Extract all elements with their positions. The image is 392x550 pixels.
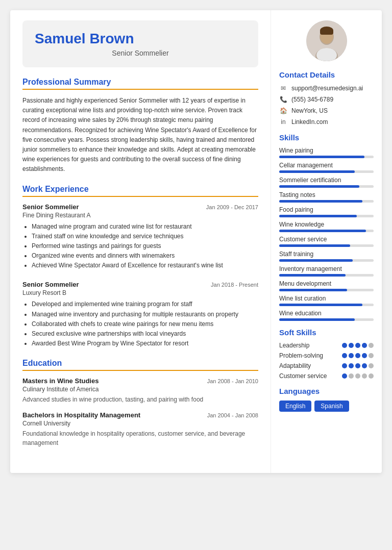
skill-bar [279, 185, 374, 188]
skill-row: Wine pairing [279, 147, 374, 158]
work-experience-section: Work Experience Senior SommelierJan 2009… [22, 185, 258, 349]
languages-title: Languages [279, 387, 374, 395]
list-item: Organized wine events and dinners with w… [32, 251, 258, 261]
job-company: Luxury Resort B [22, 289, 258, 296]
svg-rect-5 [320, 30, 333, 35]
dot-empty [349, 373, 354, 379]
job-date: Jan 2009 - Dec 2017 [206, 204, 258, 210]
skill-row: Menu development [279, 280, 374, 291]
list-item: Performed wine tastings and pairings for… [32, 241, 258, 251]
skill-bar-fill [279, 200, 362, 203]
list-item: Secured exclusive wine partnerships with… [32, 329, 258, 339]
job-date: Jan 2018 - Present [211, 282, 258, 288]
skill-name: Menu development [279, 280, 374, 287]
job-title: Senior Sommelier [22, 203, 79, 211]
skill-name: Wine pairing [279, 147, 374, 154]
avatar [306, 20, 347, 61]
skill-name: Staff training [279, 251, 374, 258]
job-header: Senior SommelierJan 2009 - Dec 2017 [22, 203, 258, 211]
language-badge: English [279, 401, 311, 412]
dot-filled [362, 343, 367, 348]
dot-empty [369, 353, 374, 358]
dot-empty [355, 373, 360, 379]
skill-bar-fill [279, 244, 350, 247]
left-column: Samuel Brown Senior Sommelier Profession… [10, 10, 271, 473]
soft-skill-name: Customer service [279, 372, 327, 380]
contact-location: 🏠 NewYork, US [279, 107, 374, 115]
dots [342, 353, 374, 358]
edu-header: Masters in Wine StudiesJan 2008 - Jan 20… [22, 377, 258, 385]
list-item: Achieved Wine Spectator Award of Excelle… [32, 261, 258, 270]
list-item: Awarded Best Wine Program by Wine Specta… [32, 339, 258, 348]
education-list: Masters in Wine StudiesJan 2008 - Jan 20… [22, 377, 258, 447]
skill-name: Wine list curation [279, 295, 374, 302]
edu-degree: Bachelors in Hospitality Management [22, 411, 140, 419]
soft-skill-row: Leadership [279, 342, 374, 349]
education-title: Education [22, 359, 258, 371]
list-item: Developed and implemented wine training … [32, 299, 258, 309]
dot-filled [362, 353, 367, 358]
skill-bar-fill [279, 318, 355, 321]
dot-filled [349, 363, 354, 368]
soft-skills-section: Soft Skills LeadershipProblem-solvingAda… [279, 328, 374, 380]
skill-name: Inventory management [279, 265, 374, 272]
list-item: Managed wine inventory and purchasing fo… [32, 310, 258, 319]
dot-filled [349, 353, 354, 358]
dot-filled [342, 373, 347, 379]
contact-linkedin: in LinkedIn.com [279, 118, 374, 126]
dots [342, 343, 374, 348]
skill-bar-fill [279, 170, 355, 173]
language-badge: Spanish [314, 401, 349, 412]
contact-email: ✉ support@resumedesign.ai [279, 84, 374, 92]
soft-skill-name: Problem-solving [279, 352, 323, 359]
dot-empty [362, 373, 367, 379]
skill-row: Wine knowledge [279, 221, 374, 232]
job-entry: Senior SommelierJan 2018 - PresentLuxury… [22, 278, 258, 348]
skills-section: Skills Wine pairingCellar managementSomm… [279, 133, 374, 321]
dot-filled [355, 353, 360, 358]
skill-bar [279, 304, 374, 306]
skill-bar [279, 215, 374, 217]
jobs-list: Senior SommelierJan 2009 - Dec 2017Fine … [22, 203, 258, 349]
skill-name: Tasting notes [279, 191, 374, 198]
skill-row: Customer service [279, 236, 374, 247]
skill-bar [279, 244, 374, 247]
skill-row: Wine list curation [279, 295, 374, 306]
dot-filled [349, 343, 354, 348]
header-box: Samuel Brown Senior Sommelier [22, 20, 258, 67]
skill-bar-fill [279, 289, 347, 291]
skill-bar-fill [279, 215, 357, 217]
skill-row: Sommelier certification [279, 177, 374, 188]
skill-bar [279, 289, 374, 291]
dot-filled [355, 343, 360, 348]
resume-container: Samuel Brown Senior Sommelier Profession… [10, 10, 382, 473]
skill-bar [279, 318, 374, 321]
skill-bar-fill [279, 185, 359, 188]
skill-bar-fill [279, 274, 346, 277]
skill-name: Customer service [279, 236, 374, 243]
right-column: Contact Details ✉ support@resumedesign.a… [271, 10, 382, 473]
languages-section: Languages EnglishSpanish [279, 387, 374, 412]
skill-name: Sommelier certification [279, 177, 374, 184]
dot-filled [342, 343, 347, 348]
edu-desc: Foundational knowledge in hospitality op… [22, 429, 258, 447]
soft-skill-row: Customer service [279, 372, 374, 380]
job-entry: Senior SommelierJan 2009 - Dec 2017Fine … [22, 203, 258, 271]
skill-name: Cellar management [279, 162, 374, 169]
phone-icon: 📞 [279, 95, 287, 104]
summary-text: Passionate and highly experienced Senior… [22, 96, 258, 174]
skill-bar-fill [279, 304, 362, 306]
dot-empty [369, 363, 374, 368]
skill-bar [279, 200, 374, 203]
skills-list: Wine pairingCellar managementSommelier c… [279, 147, 374, 321]
job-title: Senior Sommelier [22, 281, 79, 288]
summary-title: Professional Summary [22, 78, 258, 90]
edu-degree: Masters in Wine Studies [22, 377, 99, 385]
education-entry: Masters in Wine StudiesJan 2008 - Jan 20… [22, 377, 258, 404]
skill-bar-fill [279, 156, 364, 158]
languages-list: EnglishSpanish [279, 401, 374, 412]
dot-filled [362, 363, 367, 368]
skill-row: Tasting notes [279, 191, 374, 203]
avatar-wrap [279, 20, 374, 61]
soft-skill-name: Adaptability [279, 362, 311, 369]
